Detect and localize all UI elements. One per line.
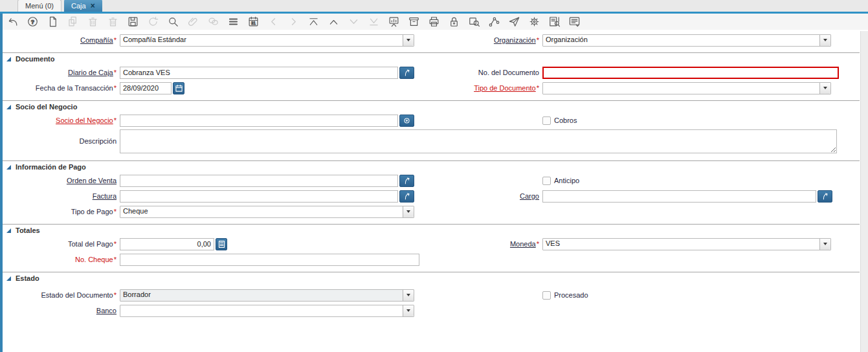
lookup-arrow-icon xyxy=(403,192,411,201)
business-partner-input[interactable] xyxy=(120,115,398,127)
calculator-icon xyxy=(217,240,226,248)
organization-combobox[interactable]: Organización xyxy=(542,34,831,47)
prepayment-checkbox[interactable] xyxy=(542,177,551,185)
tender-type-combobox[interactable]: Cheque xyxy=(120,206,414,218)
check-no-input[interactable] xyxy=(120,254,419,266)
receipt-checkbox[interactable] xyxy=(542,116,551,125)
cash-journal-lookup-button[interactable] xyxy=(399,67,414,79)
process-icon xyxy=(528,16,540,28)
business-partner-label[interactable]: Socio del Negocio xyxy=(56,116,113,124)
bank-label[interactable]: Banco xyxy=(96,307,117,314)
toolbar-save-button[interactable] xyxy=(126,16,139,28)
chevron-down-icon[interactable] xyxy=(819,35,830,46)
toolbar-next-record-button xyxy=(287,16,300,28)
invoice-input[interactable] xyxy=(120,190,398,203)
check-no-label: No. Cheque xyxy=(75,256,113,263)
row-tender-type: Tipo de Pago* Cheque xyxy=(3,205,860,218)
toolbar-history-button[interactable] xyxy=(247,16,260,28)
toolbar-help-button[interactable] xyxy=(26,16,39,28)
report-icon xyxy=(388,16,400,28)
chevron-down-icon[interactable] xyxy=(403,206,414,217)
cash-journal-input[interactable] xyxy=(120,67,398,79)
toolbar-document-search-button[interactable] xyxy=(548,16,561,28)
toolbar-archive-button[interactable] xyxy=(407,16,420,28)
undo-icon xyxy=(6,16,19,28)
section-totales-title: Totales xyxy=(16,226,40,234)
toolbar-print-button[interactable] xyxy=(427,16,440,28)
processed-checkbox-label: Procesado xyxy=(554,291,588,299)
record-search-icon xyxy=(403,116,411,125)
transaction-date-input[interactable] xyxy=(120,82,172,94)
bank-combobox[interactable] xyxy=(120,305,414,317)
toolbar-find-button[interactable] xyxy=(166,16,179,28)
organization-label[interactable]: Organización xyxy=(494,36,536,44)
sales-order-input[interactable] xyxy=(120,175,398,187)
charge-input[interactable] xyxy=(542,190,816,203)
collapse-icon[interactable] xyxy=(6,57,11,61)
toolbar-lock-button[interactable] xyxy=(447,16,460,28)
toolbar-feedback-button[interactable] xyxy=(568,16,581,28)
chevron-down-icon[interactable] xyxy=(403,290,414,301)
previous-record-icon xyxy=(267,16,280,28)
toolbar-first-record-button[interactable] xyxy=(307,16,320,28)
toolbar-report-button[interactable] xyxy=(387,16,400,28)
document-type-combobox[interactable] xyxy=(542,82,831,94)
history-icon xyxy=(247,16,260,28)
processed-checkbox[interactable] xyxy=(542,291,551,300)
business-partner-lookup-button[interactable] xyxy=(399,115,414,127)
collapse-icon[interactable] xyxy=(6,105,11,109)
toolbar-toggle-grid-button[interactable] xyxy=(227,16,239,28)
collapse-icon[interactable] xyxy=(6,228,11,233)
collapse-icon[interactable] xyxy=(6,276,11,281)
row-bank: Banco xyxy=(3,304,860,317)
calendar-picker-button[interactable] xyxy=(173,82,184,94)
invoice-lookup-button[interactable] xyxy=(399,190,414,203)
toolbar-requests-button[interactable] xyxy=(507,16,520,28)
collapse-icon[interactable] xyxy=(6,165,11,170)
toolbar-parent-record-button[interactable] xyxy=(327,16,340,28)
currency-label[interactable]: Moneda xyxy=(510,240,536,248)
toolbar-zoom-across-button[interactable] xyxy=(467,16,480,28)
document-no-input[interactable] xyxy=(542,67,839,79)
row-invoice-charge: Factura Cargo xyxy=(3,190,860,203)
row-docstatus-processed: Estado del Documento* Borrador Procesado xyxy=(3,289,860,302)
toolbar-last-record-button xyxy=(367,16,380,28)
chevron-down-icon[interactable] xyxy=(403,305,414,316)
vertical-scrollbar[interactable] xyxy=(860,31,868,352)
chevron-down-icon[interactable] xyxy=(819,239,830,250)
chevron-down-icon[interactable] xyxy=(403,35,414,46)
section-pago: Información de Pago xyxy=(3,160,860,172)
description-textarea[interactable] xyxy=(120,129,837,153)
invoice-label[interactable]: Factura xyxy=(93,192,117,200)
company-combobox[interactable]: Compañía Estándar xyxy=(120,34,414,47)
calculator-button[interactable] xyxy=(216,238,227,250)
toolbar-workflow-button[interactable] xyxy=(487,16,500,28)
chevron-down-icon[interactable] xyxy=(819,83,830,94)
document-no-label: No. del Documento xyxy=(478,69,539,76)
first-record-icon xyxy=(307,16,320,28)
toolbar-process-button[interactable] xyxy=(528,16,540,28)
sales-order-lookup-button[interactable] xyxy=(399,175,414,187)
tab-menu[interactable]: Menú (0) xyxy=(17,0,61,12)
charge-lookup-button[interactable] xyxy=(818,190,832,203)
prepayment-checkbox-label: Anticipo xyxy=(554,177,579,184)
payment-amount-input[interactable] xyxy=(120,238,214,250)
toolbar-delete-record-button xyxy=(86,16,99,28)
charge-label[interactable]: Cargo xyxy=(520,192,539,200)
help-icon xyxy=(27,16,39,28)
doc-status-combobox[interactable]: Borrador xyxy=(120,289,414,302)
currency-combobox[interactable]: VES xyxy=(542,238,831,250)
cash-journal-label[interactable]: Diario de Caja xyxy=(68,69,113,76)
row-bpartner-cobros: Socio del Negocio* Cobros xyxy=(3,114,860,127)
row-total-currency: Total del Pago* Moneda* VES xyxy=(3,237,860,250)
toolbar-new-record-button[interactable] xyxy=(46,16,59,28)
sales-order-label[interactable]: Orden de Venta xyxy=(67,177,117,184)
tab-caja[interactable]: Caja × xyxy=(64,0,102,12)
company-label[interactable]: Compañía xyxy=(80,36,113,44)
document-type-label[interactable]: Tipo de Documento xyxy=(474,84,536,92)
copy-record-icon xyxy=(67,16,79,28)
row-company-org: Compañía* Compañía Estándar Organización… xyxy=(3,34,860,47)
tender-type-value: Cheque xyxy=(120,206,403,217)
toolbar-undo-button[interactable] xyxy=(6,16,19,28)
close-tab-icon[interactable]: × xyxy=(91,2,95,10)
